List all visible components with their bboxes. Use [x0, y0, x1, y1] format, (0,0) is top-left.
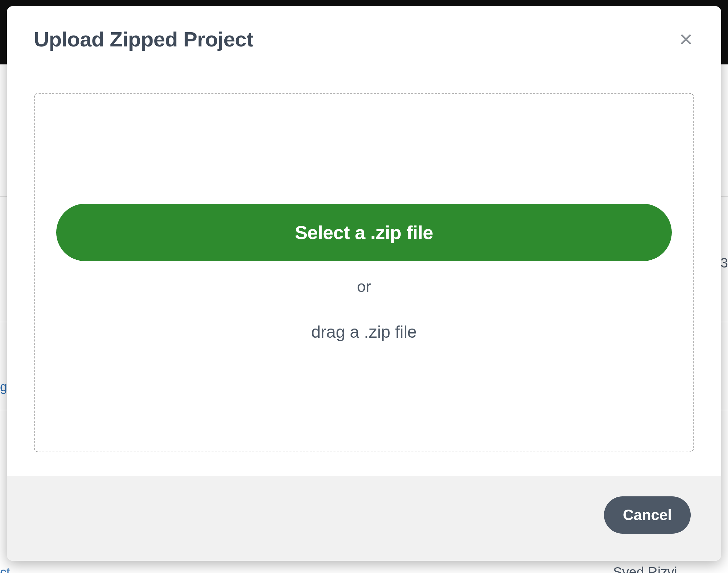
modal-overlay: Upload Zipped Project Select a .zip file…: [0, 0, 728, 573]
modal-header: Upload Zipped Project: [7, 6, 721, 69]
close-button[interactable]: [678, 31, 694, 47]
drag-text: drag a .zip file: [311, 322, 417, 342]
cancel-button[interactable]: Cancel: [604, 496, 691, 534]
or-text: or: [357, 277, 371, 296]
close-icon: [679, 33, 693, 46]
modal-footer: Cancel: [7, 476, 721, 561]
file-dropzone[interactable]: Select a .zip file or drag a .zip file: [34, 93, 694, 452]
modal-title: Upload Zipped Project: [34, 27, 253, 51]
select-file-button[interactable]: Select a .zip file: [56, 204, 672, 261]
modal-body: Select a .zip file or drag a .zip file: [7, 69, 721, 476]
upload-modal: Upload Zipped Project Select a .zip file…: [7, 6, 721, 561]
